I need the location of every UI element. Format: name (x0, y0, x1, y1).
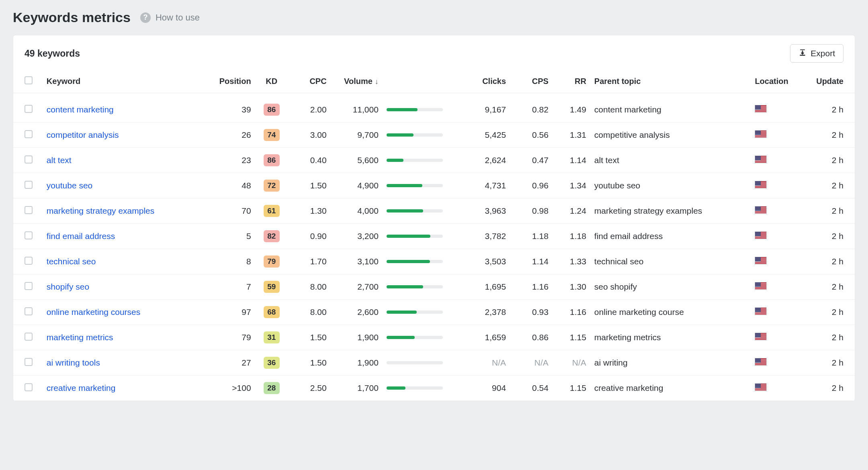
cell-update: 2 h (807, 350, 855, 376)
volume-bar (387, 311, 443, 314)
table-row: technical seo8791.703,1003,5031.141.33te… (13, 249, 855, 274)
cell-location (751, 173, 807, 198)
keyword-link[interactable]: online marketing courses (47, 307, 140, 317)
col-volume[interactable]: Volume↓ (331, 71, 383, 93)
col-cpc[interactable]: CPC (288, 71, 331, 93)
col-keyword[interactable]: Keyword (43, 71, 203, 93)
kd-badge: 28 (264, 382, 280, 394)
keyword-link[interactable]: technical seo (47, 257, 96, 266)
sort-desc-icon: ↓ (375, 78, 379, 86)
cell-rr: 1.15 (553, 376, 590, 401)
cell-cpc: 1.50 (288, 173, 331, 198)
row-checkbox[interactable] (25, 358, 33, 366)
cell-cpc: 1.50 (288, 325, 331, 350)
help-icon: ? (140, 12, 151, 23)
cell-update: 2 h (807, 325, 855, 350)
keyword-link[interactable]: marketing metrics (47, 333, 113, 342)
cell-position: 23 (203, 148, 255, 173)
kd-badge: 82 (264, 230, 280, 242)
cell-rr: 1.49 (553, 93, 590, 123)
flag-us-icon (755, 282, 767, 290)
kd-badge: 72 (264, 180, 280, 192)
keyword-link[interactable]: alt text (47, 155, 72, 165)
cell-clicks: 5,425 (458, 123, 510, 148)
export-label: Export (811, 49, 835, 58)
row-checkbox[interactable] (25, 155, 33, 163)
row-checkbox[interactable] (25, 231, 33, 239)
cell-position: 97 (203, 300, 255, 325)
cell-rr: 1.15 (553, 325, 590, 350)
kd-badge: 68 (264, 306, 280, 318)
kd-badge: 31 (264, 331, 280, 343)
flag-us-icon (755, 130, 767, 138)
keyword-link[interactable]: ai writing tools (47, 358, 100, 367)
volume-bar (387, 336, 443, 339)
cell-cpc: 8.00 (288, 274, 331, 300)
row-checkbox[interactable] (25, 105, 33, 113)
cell-cps: 0.82 (510, 93, 553, 123)
cell-update: 2 h (807, 376, 855, 401)
row-checkbox[interactable] (25, 130, 33, 138)
kd-badge: 61 (264, 205, 280, 217)
cell-volume: 2,600 (331, 300, 383, 325)
select-all-checkbox[interactable] (25, 76, 33, 84)
row-checkbox[interactable] (25, 282, 33, 290)
keyword-link[interactable]: find email address (47, 231, 115, 241)
cell-cps: 1.14 (510, 249, 553, 274)
cell-parent: marketing metrics (590, 325, 751, 350)
cell-cpc: 0.90 (288, 224, 331, 249)
cell-cps: N/A (510, 350, 553, 376)
export-button[interactable]: Export (790, 44, 843, 63)
cell-cpc: 0.40 (288, 148, 331, 173)
cell-rr: 1.24 (553, 198, 590, 224)
cell-location (751, 300, 807, 325)
cell-clicks: N/A (458, 350, 510, 376)
col-kd[interactable]: KD (255, 71, 288, 93)
cell-clicks: 1,695 (458, 274, 510, 300)
col-rr[interactable]: RR (553, 71, 590, 93)
cell-parent: find email address (590, 224, 751, 249)
table-row: content marketing39862.0011,0009,1670.82… (13, 93, 855, 123)
howto-link[interactable]: ? How to use (140, 12, 200, 23)
download-icon (798, 49, 807, 57)
col-clicks[interactable]: Clicks (458, 71, 510, 93)
svg-rect-0 (800, 55, 805, 56)
col-update[interactable]: Update (807, 71, 855, 93)
col-cps[interactable]: CPS (510, 71, 553, 93)
col-parent[interactable]: Parent topic (590, 71, 751, 93)
cell-parent: seo shopify (590, 274, 751, 300)
keyword-link[interactable]: creative marketing (47, 383, 116, 392)
row-checkbox[interactable] (25, 206, 33, 214)
keyword-link[interactable]: shopify seo (47, 282, 89, 291)
row-checkbox[interactable] (25, 333, 33, 341)
volume-bar (387, 285, 443, 288)
volume-bar (387, 159, 443, 162)
cell-position: 8 (203, 249, 255, 274)
keyword-link[interactable]: content marketing (47, 105, 114, 114)
cell-position: 5 (203, 224, 255, 249)
col-location[interactable]: Location (751, 71, 807, 93)
row-checkbox[interactable] (25, 181, 33, 189)
cell-volume: 1,900 (331, 325, 383, 350)
keyword-link[interactable]: competitor analysis (47, 130, 119, 139)
cell-cps: 0.93 (510, 300, 553, 325)
cell-volume: 4,900 (331, 173, 383, 198)
cell-cps: 0.54 (510, 376, 553, 401)
keywords-panel: 49 keywords Export Keyword Position KD C… (13, 35, 855, 401)
cell-update: 2 h (807, 198, 855, 224)
volume-bar (387, 260, 443, 263)
flag-us-icon (755, 181, 767, 189)
row-checkbox[interactable] (25, 257, 33, 265)
cell-parent: online marketing course (590, 300, 751, 325)
keyword-link[interactable]: marketing strategy examples (47, 206, 154, 215)
table-row: youtube seo48721.504,9004,7310.961.34you… (13, 173, 855, 198)
row-checkbox[interactable] (25, 383, 33, 391)
keyword-link[interactable]: youtube seo (47, 181, 92, 190)
cell-location (751, 148, 807, 173)
col-volume-bar (383, 71, 458, 93)
cell-location (751, 376, 807, 401)
row-checkbox[interactable] (25, 307, 33, 315)
col-position[interactable]: Position (203, 71, 255, 93)
cell-rr: 1.14 (553, 148, 590, 173)
cell-cps: 0.96 (510, 173, 553, 198)
